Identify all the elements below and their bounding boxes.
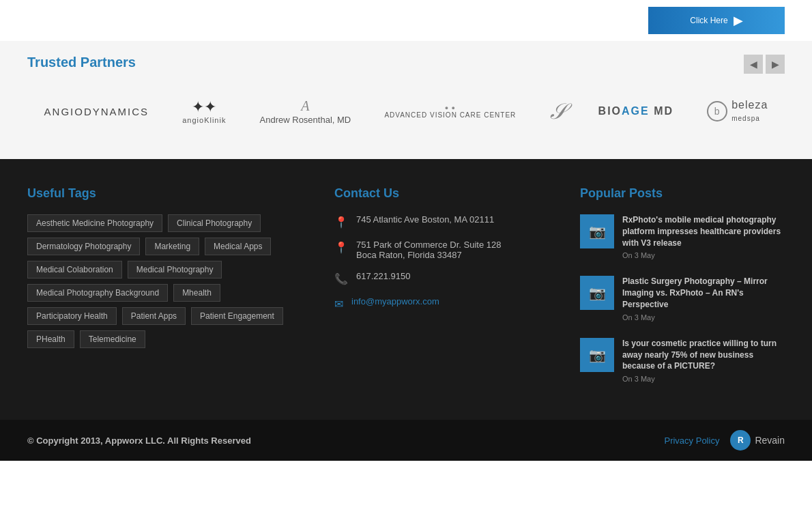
footer-bottom-right: Privacy Policy R Revain: [664, 430, 785, 451]
script-logo: 𝒮: [549, 99, 564, 124]
post-title-3: Is your cosmetic practice willing to tur…: [622, 338, 785, 372]
revain-text: Revain: [755, 435, 785, 446]
copyright-strong: © Copyright 2013, Appworx LLC. All Right…: [27, 436, 251, 446]
popular-posts-column: Popular Posts 📷 RxPhoto's mobile medical…: [580, 186, 785, 399]
post-thumb-2: 📷: [580, 276, 614, 310]
tag-medical-apps[interactable]: Medical Apps: [205, 238, 271, 255]
post-content-1: RxPhoto's mobile medical photography pla…: [622, 214, 785, 259]
post-date-1: On 3 May: [622, 251, 785, 259]
revain-logo: R Revain: [730, 430, 785, 451]
camera-icon-3: 📷: [589, 347, 606, 363]
popular-post-1[interactable]: 📷 RxPhoto's mobile medical photography p…: [580, 214, 785, 259]
tag-medical-photography[interactable]: Medical Photography: [128, 261, 222, 279]
location-icon-2: 📍: [334, 241, 348, 254]
chevron-right-icon: ▶: [772, 59, 779, 70]
post-date-2: On 3 May: [622, 313, 785, 322]
partner-logo-andrew[interactable]: A Andrew Rosenthal, MD: [253, 91, 358, 132]
partners-prev-button[interactable]: ◀: [744, 55, 763, 74]
angioklinik-logo: ✦✦ angioKlinik: [182, 98, 226, 124]
post-date-3: On 3 May: [622, 375, 785, 383]
partners-next-button[interactable]: ▶: [766, 55, 785, 74]
contact-column: Contact Us 📍 745 Atlantic Ave Boston, MA…: [334, 186, 539, 399]
contact-phone: 📞 617.221.9150: [334, 271, 539, 285]
arrow-icon: ▶: [734, 13, 743, 28]
privacy-policy-link[interactable]: Privacy Policy: [664, 436, 719, 446]
copyright-text: © Copyright 2013, Appworx LLC. All Right…: [27, 436, 251, 446]
tag-aesthetic-medicine-photography[interactable]: Aesthetic Medicine Photography: [27, 214, 162, 232]
tag-dermatology-photography[interactable]: Dermatology Photography: [27, 238, 140, 255]
partners-nav: ◀ ▶: [744, 55, 785, 74]
hero-banner-label: Click Here: [690, 16, 727, 25]
beleza-logo: b belezamedspa: [707, 99, 768, 124]
bioage-logo: BIOAGE MD: [598, 105, 673, 117]
contact-email: ✉ info@myappworx.com: [334, 296, 539, 311]
tag-medical-colaboration[interactable]: Medical Colaboration: [27, 261, 122, 279]
post-content-2: Plastic Surgery Photography – Mirror Ima…: [622, 276, 785, 321]
partner-logo-script[interactable]: 𝒮: [542, 91, 571, 132]
partner-logo-advanced[interactable]: ● ● ADVANCED VISION CARE CENTER: [377, 91, 523, 132]
tag-marketing[interactable]: Marketing: [145, 238, 199, 255]
footer-columns: Useful Tags Aesthetic Medicine Photograp…: [27, 186, 785, 399]
tag-medical-photography-background[interactable]: Medical Photography Background: [27, 284, 168, 302]
tag-telemedicine[interactable]: Telemedicine: [80, 330, 145, 348]
tag-patient-apps[interactable]: Patient Apps: [122, 307, 186, 325]
post-title-2: Plastic Surgery Photography – Mirror Ima…: [622, 276, 785, 310]
post-thumb-1: 📷: [580, 214, 614, 248]
tag-patient-engagement[interactable]: Patient Engagement: [191, 307, 283, 325]
trusted-partners-section: ◀ ▶ Trusted Partners ANGIODYNAMICS ✦✦ an…: [0, 41, 812, 159]
popular-posts-title: Popular Posts: [580, 186, 785, 201]
andrew-logo: A Andrew Rosenthal, MD: [260, 97, 351, 126]
contact-title: Contact Us: [334, 186, 539, 201]
tags-container: Aesthetic Medicine Photography Clinical …: [27, 214, 293, 348]
tag-clinical-photography[interactable]: Clinical Photography: [168, 214, 261, 232]
contact-address1: 📍 745 Atlantic Ave Boston, MA 02111: [334, 214, 539, 229]
partner-logo-bioage[interactable]: BIOAGE MD: [592, 91, 680, 132]
partner-logo-beleza[interactable]: b belezamedspa: [700, 91, 774, 132]
partners-logos-container: ANGIODYNAMICS ✦✦ angioKlinik A Andrew Ro…: [27, 84, 785, 139]
post-content-3: Is your cosmetic practice willing to tur…: [622, 338, 785, 383]
chevron-left-icon: ◀: [750, 59, 757, 70]
tag-participatory-health[interactable]: Participatory Health: [27, 307, 117, 325]
useful-tags-title: Useful Tags: [27, 186, 293, 201]
popular-post-2[interactable]: 📷 Plastic Surgery Photography – Mirror I…: [580, 276, 785, 321]
revain-icon: R: [730, 430, 751, 451]
phone-icon: 📞: [334, 272, 348, 285]
trusted-highlight: Trusted: [27, 55, 76, 70]
useful-tags-column: Useful Tags Aesthetic Medicine Photograp…: [27, 186, 293, 399]
email-icon: ✉: [334, 298, 343, 311]
footer-section: Useful Tags Aesthetic Medicine Photograp…: [0, 159, 812, 420]
tag-mhealth[interactable]: Mhealth: [173, 284, 220, 302]
angiodynamics-logo: ANGIODYNAMICS: [44, 106, 149, 117]
partner-logo-angioklinik[interactable]: ✦✦ angioKlinik: [175, 91, 233, 132]
partner-logo-angiodynamics[interactable]: ANGIODYNAMICS: [38, 91, 156, 132]
location-icon: 📍: [334, 216, 348, 229]
contact-address2: 📍 751 Park of Commerce Dr. Suite 128Boca…: [334, 240, 539, 260]
footer-bottom-bar: © Copyright 2013, Appworx LLC. All Right…: [0, 420, 812, 461]
camera-icon-1: 📷: [589, 223, 606, 240]
tag-phealth[interactable]: PHealth: [27, 330, 74, 348]
hero-top: Click Here ▶: [0, 0, 812, 41]
hero-banner[interactable]: Click Here ▶: [648, 7, 785, 34]
camera-icon-2: 📷: [589, 285, 606, 301]
trusted-partners-title: Trusted Partners: [27, 55, 785, 70]
popular-post-3[interactable]: 📷 Is your cosmetic practice willing to t…: [580, 338, 785, 383]
email-link[interactable]: info@myappworx.com: [351, 296, 439, 306]
post-title-1: RxPhoto's mobile medical photography pla…: [622, 214, 785, 248]
post-thumb-3: 📷: [580, 338, 614, 372]
advanced-logo: ● ● ADVANCED VISION CARE CENTER: [384, 104, 516, 119]
